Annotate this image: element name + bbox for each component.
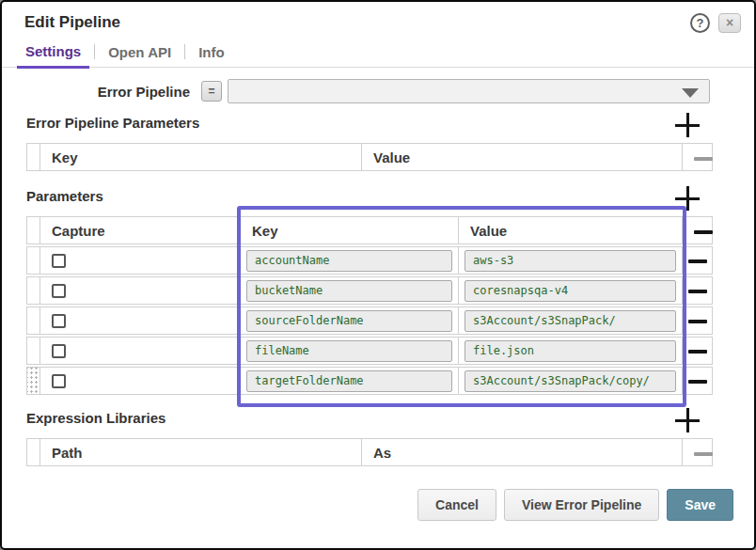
gutter-cell <box>26 438 40 466</box>
parameters-table: Capture Key Value <box>26 214 713 397</box>
table-header-row: Key Value <box>26 143 713 171</box>
expression-libraries-table: Path As <box>26 436 713 468</box>
table-row <box>26 367 713 395</box>
column-header-value: Value <box>362 143 683 171</box>
column-header-value: Value <box>459 216 683 244</box>
gutter-cell <box>26 143 40 171</box>
capture-checkbox[interactable] <box>52 254 66 268</box>
column-header-as: As <box>362 438 683 466</box>
value-input[interactable] <box>465 280 676 302</box>
add-expression-library-button[interactable] <box>675 408 700 432</box>
key-input[interactable] <box>246 250 452 272</box>
section-heading: Parameters <box>26 186 713 204</box>
capture-checkbox[interactable] <box>52 344 66 358</box>
tab-settings[interactable]: Settings <box>17 43 89 69</box>
dialog-header: Edit Pipeline ? × <box>2 2 754 33</box>
remove-row-button[interactable] <box>694 157 713 161</box>
error-pipeline-row: Error Pipeline = <box>24 79 754 103</box>
value-input[interactable] <box>465 250 676 272</box>
section-heading: Error Pipeline Parameters <box>26 113 713 131</box>
gutter-cell <box>26 337 40 365</box>
view-error-pipeline-button[interactable]: View Error Pipeline <box>504 489 659 521</box>
add-error-pipeline-parameter-button[interactable] <box>675 113 700 137</box>
key-input[interactable] <box>246 340 452 362</box>
dialog-footer: Cancel View Error Pipeline Save <box>2 489 733 521</box>
column-header-key: Key <box>40 143 362 171</box>
value-input[interactable] <box>465 340 676 362</box>
remove-row-button[interactable] <box>694 452 713 456</box>
close-icon[interactable]: × <box>718 13 741 33</box>
table-row <box>26 306 713 335</box>
remove-row-button[interactable] <box>688 259 707 263</box>
section-parameters: Parameters Capture Key Value <box>26 186 713 397</box>
remove-row-button[interactable] <box>688 320 707 323</box>
dialog-title: Edit Pipeline <box>24 13 690 32</box>
column-header-capture: Capture <box>40 216 241 244</box>
capture-checkbox[interactable] <box>52 374 66 388</box>
section-heading: Expression Libraries <box>26 408 713 426</box>
table-row <box>26 337 713 365</box>
remove-row-button[interactable] <box>688 290 707 293</box>
edit-pipeline-dialog: Edit Pipeline ? × Settings Open API Info… <box>0 0 756 550</box>
drag-handle[interactable] <box>26 367 40 395</box>
remove-row-cell <box>683 216 713 244</box>
column-header-path: Path <box>40 438 362 466</box>
add-parameter-button[interactable] <box>675 186 700 211</box>
tab-bar: Settings Open API Info <box>2 40 754 68</box>
gutter-cell <box>26 276 40 305</box>
tab-info[interactable]: Info <box>190 44 233 67</box>
help-icon[interactable]: ? <box>690 13 710 33</box>
expression-toggle-button[interactable]: = <box>201 81 222 102</box>
table-header-row: Capture Key Value <box>26 216 713 244</box>
key-input[interactable] <box>246 280 452 302</box>
gutter-cell <box>26 306 40 335</box>
section-error-pipeline-parameters: Error Pipeline Parameters Key Value <box>26 113 713 173</box>
remove-row-button[interactable] <box>688 350 707 354</box>
tab-divider <box>184 44 185 59</box>
column-header-key: Key <box>241 216 459 244</box>
value-input[interactable] <box>465 370 676 392</box>
remove-row-button[interactable] <box>688 380 707 384</box>
cancel-button[interactable]: Cancel <box>417 489 496 521</box>
value-input[interactable] <box>465 310 676 332</box>
capture-checkbox[interactable] <box>52 284 66 298</box>
remove-row-button[interactable] <box>694 230 713 234</box>
section-expression-libraries: Expression Libraries Path As <box>26 408 713 468</box>
gutter-cell <box>26 246 40 275</box>
key-input[interactable] <box>246 310 452 332</box>
tab-open-api[interactable]: Open API <box>100 44 180 67</box>
chevron-down-icon <box>682 88 699 98</box>
capture-checkbox[interactable] <box>52 314 66 328</box>
remove-row-cell <box>683 143 713 171</box>
error-pipeline-label: Error Pipeline <box>24 84 190 100</box>
error-pipeline-parameters-table: Key Value <box>26 141 713 173</box>
table-row <box>26 246 713 275</box>
save-button[interactable]: Save <box>667 489 733 521</box>
tab-divider <box>94 44 95 59</box>
key-input[interactable] <box>246 370 452 392</box>
gutter-cell <box>26 216 40 244</box>
table-header-row: Path As <box>26 438 713 466</box>
remove-row-cell <box>683 438 713 466</box>
error-pipeline-dropdown[interactable] <box>228 79 710 103</box>
table-row <box>26 276 713 305</box>
